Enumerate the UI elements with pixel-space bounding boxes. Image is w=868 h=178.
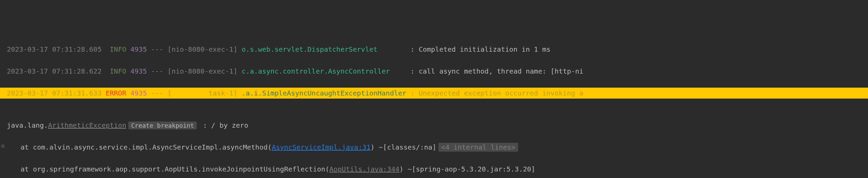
exception-package: java.lang. bbox=[7, 121, 48, 129]
stack-suffix: ) ~[spring-aop-5.3.20.jar:5.3.20] bbox=[399, 165, 535, 173]
exception-header: java.lang.ArithmeticExceptionCreate brea… bbox=[0, 120, 868, 131]
stack-method: org.springframework.aop.support.AopUtils… bbox=[33, 165, 329, 173]
expand-icon[interactable]: ⊞ bbox=[0, 142, 5, 151]
log-logger: o.s.web.servlet.DispatcherServlet bbox=[241, 45, 377, 53]
source-file-link[interactable]: AsyncServiceImpl.java:31 bbox=[272, 143, 371, 151]
log-thread: [ task-1] bbox=[168, 89, 238, 97]
stack-at: at bbox=[21, 165, 33, 173]
stack-trace-line: ⊞at com.alvin.async.service.impl.AsyncSe… bbox=[0, 142, 868, 153]
log-timestamp: 2023-03-17 07:31:28.622 bbox=[7, 67, 102, 75]
log-separator: --- bbox=[151, 89, 163, 97]
log-pid: 4935 bbox=[130, 89, 147, 97]
log-line: 2023-03-17 07:31:28.605 INFO 4935 --- [n… bbox=[0, 44, 868, 55]
log-level-info: INFO bbox=[110, 67, 126, 75]
stack-at: at bbox=[21, 143, 33, 151]
stack-suffix: ) ~[classes/:na] bbox=[371, 143, 437, 151]
log-thread: [nio-8080-exec-1] bbox=[168, 45, 238, 53]
log-message: : call async method, thread name: [http-… bbox=[410, 67, 583, 75]
log-timestamp: 2023-03-17 07:31:28.605 bbox=[7, 45, 102, 53]
log-pid: 4935 bbox=[130, 45, 147, 53]
log-line: 2023-03-17 07:31:28.622 INFO 4935 --- [n… bbox=[0, 66, 868, 77]
error-log-line: 2023-03-17 07:31:31.633 ERROR 4935 --- [… bbox=[0, 88, 868, 99]
source-file-link[interactable]: AopUtils.java:344 bbox=[329, 165, 399, 173]
exception-message: : / by zero bbox=[199, 121, 248, 129]
internal-lines-button[interactable]: <4 internal lines> bbox=[438, 143, 518, 152]
log-separator: --- bbox=[151, 67, 163, 75]
log-message: : Completed initialization in 1 ms bbox=[410, 45, 550, 53]
log-level-info: INFO bbox=[110, 45, 126, 53]
log-timestamp: 2023-03-17 07:31:31.633 bbox=[7, 89, 102, 97]
log-pid: 4935 bbox=[130, 67, 147, 75]
log-level-error: ERROR bbox=[106, 89, 126, 97]
stack-method: com.alvin.async.service.impl.AsyncServic… bbox=[33, 143, 272, 151]
log-logger: .a.i.SimpleAsyncUncaughtExceptionHandler bbox=[241, 89, 406, 97]
stack-trace-line: at org.springframework.aop.support.AopUt… bbox=[0, 164, 868, 175]
exception-type-link[interactable]: ArithmeticException bbox=[48, 121, 126, 129]
log-message: : Unexpected exception occurred invoking… bbox=[410, 89, 583, 97]
log-logger: c.a.async.controller.AsyncController bbox=[241, 67, 390, 75]
log-separator: --- bbox=[151, 45, 163, 53]
create-breakpoint-button[interactable]: Create breakpoint bbox=[128, 122, 197, 129]
log-thread: [nio-8080-exec-1] bbox=[168, 67, 238, 75]
